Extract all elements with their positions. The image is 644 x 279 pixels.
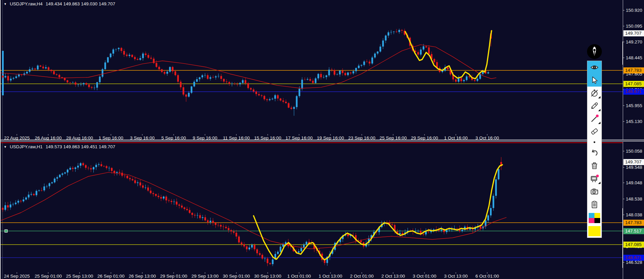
price-tick-mark (623, 74, 624, 74)
price-tick-label: 149.048 (626, 180, 642, 185)
marker-icon (590, 101, 599, 110)
price-level-badge: 147.783 (623, 67, 644, 73)
price-tick-mark (623, 10, 624, 10)
color-palette-icon (589, 213, 600, 223)
time-tick-label: 24 Sep 2025 (4, 274, 30, 279)
panel-divider[interactable] (1, 141, 644, 142)
price-tick-mark (623, 105, 624, 106)
chart-panel-h1[interactable]: ▼ USDJPY.raw,H1 149.573 149.863 149.451 … (1, 142, 644, 279)
tool-undo[interactable] (587, 147, 602, 159)
collapse-icon[interactable]: ▼ (4, 2, 7, 6)
price-tick-label: 150.920 (626, 8, 642, 13)
axis-range-marker (622, 41, 623, 65)
price-level-badge: 147.783 (623, 220, 644, 226)
time-tick-label: 2 Oct 13:00 (381, 274, 405, 279)
tool-clipboard[interactable] (587, 198, 602, 211)
price-tick-label: 145.955 (626, 103, 642, 108)
tool-color-palette[interactable] (587, 211, 602, 225)
ohlc-readout: 149.573 149.863 149.451 149.707 (46, 144, 115, 149)
current-price-badge: 149.707 (623, 30, 644, 36)
time-tick-label: 30 Sep 13:00 (254, 274, 281, 279)
yellow-swatch-icon (588, 226, 601, 236)
time-tick-label: 1 Oct 01:00 (287, 274, 311, 279)
time-tick-label: 6 Oct 01:00 (475, 274, 499, 279)
candlestick-series (2, 29, 492, 116)
drawing-toolbar[interactable] (587, 61, 602, 238)
price-level-badge: 147.085 (623, 242, 644, 248)
chart-title-h4: ▼ USDJPY.raw,H4 149.434 149.863 149.030 … (4, 1, 115, 6)
panel-divider[interactable] (1, 140, 644, 140)
time-tick-label: 29 Sep 01:00 (160, 274, 187, 279)
plot-area-h4[interactable] (1, 0, 623, 134)
price-tick-label: 148.445 (626, 55, 642, 60)
time-tick-label: 3 Oct 13:00 (444, 274, 468, 279)
ohlc-readout: 149.434 149.863 149.030 149.707 (46, 1, 115, 6)
symbol-timeframe: USDJPY.raw,H1 (10, 144, 42, 149)
price-tick-mark (623, 262, 624, 262)
price-tick-mark (623, 42, 624, 42)
slow-ma-line (1, 172, 506, 249)
timer-off-icon (590, 89, 599, 97)
price-level-badge: 147.085 (623, 81, 644, 87)
chart-title-h1: ▼ USDJPY.raw,H1 149.573 149.863 149.451 … (4, 144, 115, 149)
price-tick-mark (623, 58, 624, 58)
price-tick-mark (623, 121, 624, 122)
axis-range-marker (622, 208, 623, 268)
price-tick-mark (623, 183, 624, 183)
time-tick-label: 26 Sep 13:00 (129, 274, 156, 279)
time-tick-label: 29 Sep 13:00 (192, 274, 218, 279)
time-axis-h1[interactable]: 24 Sep 202525 Sep 01:0025 Sep 13:0026 Se… (1, 272, 623, 278)
price-tick-label: 149.270 (626, 39, 642, 44)
price-level-badge: 146.671 (623, 255, 644, 261)
trash-icon (590, 161, 599, 170)
level-anchor-handle[interactable] (5, 230, 7, 232)
price-tick-mark (623, 199, 624, 199)
time-tick-label: 25 Sep 13:00 (66, 274, 93, 279)
undo-icon (590, 149, 599, 157)
pen-nib-icon (587, 44, 602, 59)
collapse-icon[interactable]: ▼ (4, 145, 7, 149)
tool-eraser[interactable] (587, 125, 602, 138)
price-level-badge: 146.671 (623, 89, 644, 95)
price-level-badge: 147.517 (623, 228, 644, 234)
current-price-badge: 149.707 (623, 159, 644, 165)
price-tick-mark (623, 151, 624, 151)
horizontal-level-lines[interactable] (1, 223, 623, 258)
candlestick-series (2, 157, 502, 266)
slow-ma-line (1, 45, 496, 88)
tool-marker[interactable] (587, 99, 602, 112)
price-tick-mark (623, 215, 624, 215)
tool-trash[interactable] (587, 159, 602, 172)
monitor-icon (590, 174, 599, 183)
tool-yellow-swatch[interactable] (587, 225, 602, 238)
panel-divider-handle[interactable] (1, 140, 644, 141)
time-tick-label: 30 Sep 01:00 (223, 274, 250, 279)
time-tick-label: 26 Sep 01:00 (97, 274, 124, 279)
tool-cursor[interactable] (587, 74, 602, 87)
tool-timer-off[interactable] (587, 87, 602, 99)
tool-camera[interactable] (587, 185, 602, 198)
separator-dot-icon (590, 138, 599, 147)
chart-panel-h4[interactable]: ▼ USDJPY.raw,H4 149.434 149.863 149.030 … (1, 0, 644, 140)
price-tick-label: 148.038 (626, 212, 642, 217)
fast-ma-line (254, 165, 502, 260)
price-axis-h1[interactable]: 150.058149.548149.048148.538148.038147.5… (623, 142, 644, 279)
price-axis-h4[interactable]: 150.920150.095149.270148.445147.605146.7… (623, 0, 644, 140)
camera-icon (590, 187, 599, 196)
price-tick-label: 145.130 (626, 119, 642, 124)
pen-logo[interactable] (587, 44, 602, 59)
price-tick-label: 150.095 (626, 24, 642, 29)
tool-eye[interactable] (587, 61, 602, 74)
eraser-icon (590, 127, 599, 136)
eye-icon (590, 63, 599, 72)
plot-area-h1[interactable] (1, 142, 623, 272)
tool-separator-dot[interactable] (587, 138, 602, 147)
price-tick-label: 148.538 (626, 196, 642, 202)
tool-trend-line[interactable] (587, 112, 602, 125)
time-tick-label: 3 Oct 01:00 (413, 274, 436, 279)
horizontal-level-lines[interactable] (1, 70, 623, 92)
price-tick-label: 150.058 (626, 149, 642, 154)
tool-monitor[interactable] (587, 172, 602, 185)
price-tick-mark (623, 167, 624, 167)
time-tick-label: 1 Oct 13:00 (319, 274, 342, 279)
